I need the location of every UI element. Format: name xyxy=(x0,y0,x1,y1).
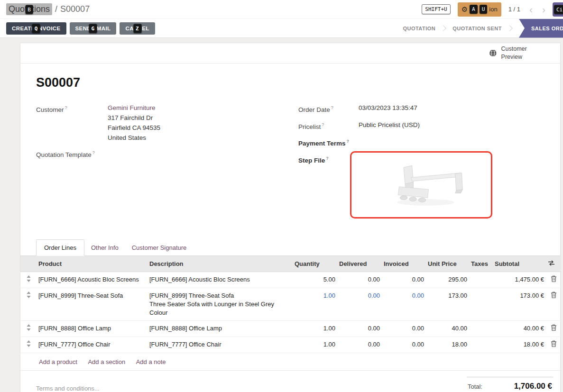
taxes-cell[interactable] xyxy=(469,272,493,288)
pricelist-value[interactable]: Public Pricelist (USD) xyxy=(359,120,420,130)
drag-handle-icon[interactable] xyxy=(27,292,31,301)
customer-value: Gemini Furniture 317 Fairchild Dr Fairfi… xyxy=(108,103,160,143)
create-button[interactable]: Ci xyxy=(553,2,563,17)
description-cell[interactable]: [FURN_7777] Office Chair xyxy=(148,337,293,353)
delete-row-icon[interactable] xyxy=(551,292,557,301)
product-cell[interactable]: [FURN_6666] Acoustic Bloc Screens xyxy=(37,272,148,288)
taxes-cell[interactable] xyxy=(469,337,493,353)
taxes-cell[interactable] xyxy=(469,320,493,337)
table-row[interactable]: [FURN_8999] Three-Seat Sofa [FURN_8999] … xyxy=(20,288,561,320)
help-icon: ? xyxy=(65,105,67,110)
delivered-cell[interactable]: 0.00 xyxy=(337,320,382,337)
table-row[interactable]: [FURN_6666] Acoustic Bloc Screens [FURN_… xyxy=(20,272,561,288)
drag-handle-icon[interactable] xyxy=(27,324,31,333)
quantity-column-header[interactable]: Quantity xyxy=(293,256,337,272)
shortcut-badge-u: U xyxy=(480,5,488,14)
quantity-cell[interactable]: 1.00 xyxy=(293,288,337,320)
description-column-header[interactable]: Description xyxy=(148,256,293,272)
description-cell[interactable]: [FURN_8888] Office Lamp xyxy=(148,320,293,337)
product-column-header[interactable]: Product xyxy=(37,256,148,272)
table-row[interactable]: [FURN_7777] Office Chair [FURN_7777] Off… xyxy=(20,337,561,353)
customer-link[interactable]: Gemini Furniture xyxy=(108,104,156,111)
quantity-cell[interactable]: 5.00 xyxy=(293,272,337,288)
action-menu-button[interactable]: ⚙ A U ion xyxy=(458,2,501,17)
order-lines-table: Product Description Quantity Delivered I… xyxy=(20,256,561,353)
help-icon: ? xyxy=(326,156,329,161)
delete-row-icon[interactable] xyxy=(551,275,557,284)
shortcut-badge-shift-u: SHIFT+U xyxy=(422,4,450,14)
delete-row-icon[interactable] xyxy=(551,324,557,333)
help-icon: ? xyxy=(322,122,324,127)
send-email-button[interactable]: SEND EMAIL G xyxy=(70,22,117,35)
drag-handle-icon[interactable] xyxy=(27,275,31,284)
customer-preview-button[interactable]: Customer Preview xyxy=(489,45,541,61)
customer-address-line: 317 Fairchild Dr xyxy=(108,113,160,123)
status-sales-order[interactable]: SALES ORDER xyxy=(519,19,563,38)
tab-customer-signature[interactable]: Customer Signature xyxy=(125,240,194,255)
unit-price-cell[interactable]: 295.00 xyxy=(426,272,469,288)
tab-other-info[interactable]: Other Info xyxy=(84,240,125,255)
breadcrumb-separator: / xyxy=(55,4,57,14)
description-cell[interactable]: [FURN_6666] Acoustic Bloc Screens xyxy=(148,272,293,288)
breadcrumb-quotations[interactable]: Quotations B xyxy=(6,3,52,15)
pager-value: 1 / 1 xyxy=(508,6,520,13)
taxes-cell[interactable] xyxy=(469,288,493,320)
unit-price-cell[interactable]: 173.00 xyxy=(426,288,469,320)
order-date-value[interactable]: 03/03/2023 13:35:47 xyxy=(359,103,417,113)
description-cell[interactable]: [FURN_8999] Three-Seat Sofa Three Seater… xyxy=(148,288,293,320)
tab-order-lines[interactable]: Order Lines xyxy=(36,239,84,256)
subtotal-column-header[interactable]: Subtotal xyxy=(493,256,546,272)
delivered-cell[interactable]: 0.00 xyxy=(337,337,382,353)
delete-row-icon[interactable] xyxy=(551,340,557,349)
delivered-column-header[interactable]: Delivered xyxy=(337,256,382,272)
unit-price-column-header[interactable]: Unit Price xyxy=(426,256,469,272)
pager-previous-icon[interactable]: ‹ xyxy=(529,4,533,14)
invoiced-cell[interactable]: 0.00 xyxy=(382,272,426,288)
form-sheet: Customer Preview S00007 Customer? Gemini… xyxy=(20,43,561,392)
invoiced-cell[interactable]: 0.00 xyxy=(382,288,426,320)
invoiced-cell[interactable]: 0.00 xyxy=(382,320,426,337)
help-icon: ? xyxy=(347,139,350,144)
customer-address-line: United States xyxy=(108,133,160,143)
quantity-cell[interactable]: 1.00 xyxy=(293,320,337,337)
step-file-image[interactable] xyxy=(350,151,492,219)
help-icon: ? xyxy=(331,105,333,110)
status-quotation-sent[interactable]: QUOTATION SENT xyxy=(452,26,502,31)
payment-terms-field: Payment Terms? xyxy=(298,137,553,148)
product-cell[interactable]: [FURN_8999] Three-Seat Sofa xyxy=(37,288,148,320)
field-column-left: Customer? Gemini Furniture 317 Fairchild… xyxy=(36,103,298,224)
add-a-section-link[interactable]: Add a section xyxy=(88,358,125,365)
gear-icon: ⚙ xyxy=(461,6,468,13)
table-row[interactable]: [FURN_8888] Office Lamp [FURN_8888] Offi… xyxy=(20,320,561,337)
subtotal-cell: 40.00 € xyxy=(493,320,546,337)
action-menu-label: ion xyxy=(489,6,497,13)
invoiced-column-header[interactable]: Invoiced xyxy=(382,256,426,272)
delivered-cell[interactable]: 0.00 xyxy=(337,288,382,320)
delivered-cell[interactable]: 0.00 xyxy=(337,272,382,288)
add-a-note-link[interactable]: Add a note xyxy=(136,358,166,365)
drag-handle-icon[interactable] xyxy=(27,340,31,349)
create-invoice-button[interactable]: CREATE INVOICE Q xyxy=(6,22,66,35)
terms-placeholder[interactable]: Terms and conditions... xyxy=(20,377,100,392)
sheet-footer: Terms and conditions... Total: 1,706.00 … xyxy=(20,377,560,392)
add-a-product-link[interactable]: Add a product xyxy=(39,358,77,365)
optional-columns-icon[interactable] xyxy=(548,260,555,266)
taxes-column-header[interactable]: Taxes xyxy=(469,256,493,272)
status-quotation[interactable]: QUOTATION xyxy=(403,26,435,31)
pager-next-icon[interactable]: › xyxy=(542,4,545,14)
customer-label: Customer? xyxy=(36,103,108,115)
invoiced-cell[interactable]: 0.00 xyxy=(382,337,426,353)
shortcut-badge-g: G xyxy=(89,24,97,33)
chevron-right-icon xyxy=(440,25,446,31)
product-cell[interactable]: [FURN_8888] Office Lamp xyxy=(37,320,148,337)
unit-price-cell[interactable]: 18.00 xyxy=(426,337,469,353)
total-value: 1,706.00 € xyxy=(514,382,552,391)
step-file-field: Step File? xyxy=(298,154,553,219)
chevron-right-icon xyxy=(507,25,513,31)
cancel-button[interactable]: CANCEL Z xyxy=(120,22,155,35)
unit-price-cell[interactable]: 40.00 xyxy=(426,320,469,337)
product-cell[interactable]: [FURN_7777] Office Chair xyxy=(37,337,148,353)
field-grid: Customer? Gemini Furniture 317 Fairchild… xyxy=(36,103,553,224)
control-panel-right: SHIFT+U ⚙ A U ion 1 / 1 ‹ › Ci xyxy=(422,0,563,18)
quantity-cell[interactable]: 1.00 xyxy=(293,337,337,353)
